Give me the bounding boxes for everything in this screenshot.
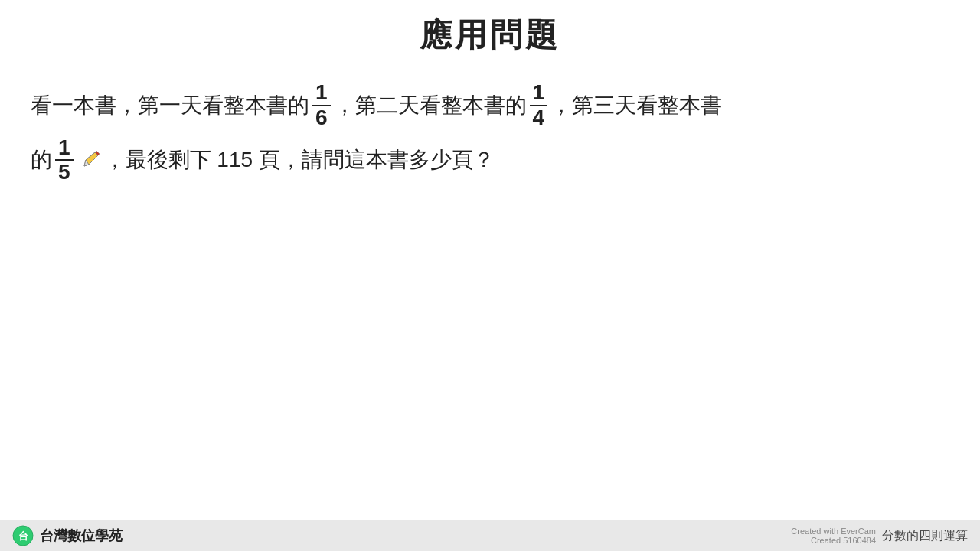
frac1-denominator: 6 xyxy=(312,106,331,130)
line1-text-mid: ，第二天看整本書的 xyxy=(334,91,527,120)
line2-text-start: 的 xyxy=(31,145,52,174)
problem-line1: 看一本書，第一天看整本書的 1 6 ，第二天看整本書的 1 4 ，第三天看整本書 xyxy=(31,81,949,130)
title-area: 應用問題 xyxy=(0,0,980,64)
fraction-3: 1 5 xyxy=(55,136,74,185)
subject-label: 分數的四則運算 xyxy=(882,528,968,544)
pencil-cursor-icon xyxy=(80,149,101,171)
brand-left: 台 台灣數位學苑 xyxy=(12,525,122,546)
line1-text-end: ，第三天看整本書 xyxy=(550,91,722,120)
line2-text-end: ，最後剩下 115 頁，請問這本書多少頁？ xyxy=(104,145,495,174)
fraction-2: 1 4 xyxy=(530,81,548,130)
problem-line2: 的 1 5 ，最後剩下 115 頁，請問這本書多少頁？ xyxy=(31,136,949,185)
svg-text:台: 台 xyxy=(18,530,28,542)
frac2-denominator: 4 xyxy=(530,106,548,130)
created-label: Created with EverCam Created 5160484 xyxy=(791,527,876,545)
brand-logo-icon: 台 xyxy=(12,525,34,546)
line1-text-start: 看一本書，第一天看整本書的 xyxy=(31,91,309,120)
fraction-1: 1 6 xyxy=(312,81,331,130)
problem-area: 看一本書，第一天看整本書的 1 6 ，第二天看整本書的 1 4 ，第三天看整本書… xyxy=(0,64,980,184)
frac2-numerator: 1 xyxy=(530,81,548,106)
created-line2: Created 5160484 xyxy=(791,536,876,545)
brand-name-label: 台灣數位學苑 xyxy=(40,527,122,545)
page-title: 應用問題 xyxy=(420,17,560,53)
created-line1: Created with EverCam xyxy=(791,527,876,536)
frac3-denominator: 5 xyxy=(55,161,74,184)
main-content: 應用問題 看一本書，第一天看整本書的 1 6 ，第二天看整本書的 1 4 ，第三… xyxy=(0,0,980,520)
frac1-numerator: 1 xyxy=(312,81,331,106)
frac3-numerator: 1 xyxy=(55,136,74,161)
bottom-bar: 台 台灣數位學苑 Created with EverCam Created 51… xyxy=(0,520,980,551)
brand-right: Created with EverCam Created 5160484 分數的… xyxy=(791,527,968,545)
